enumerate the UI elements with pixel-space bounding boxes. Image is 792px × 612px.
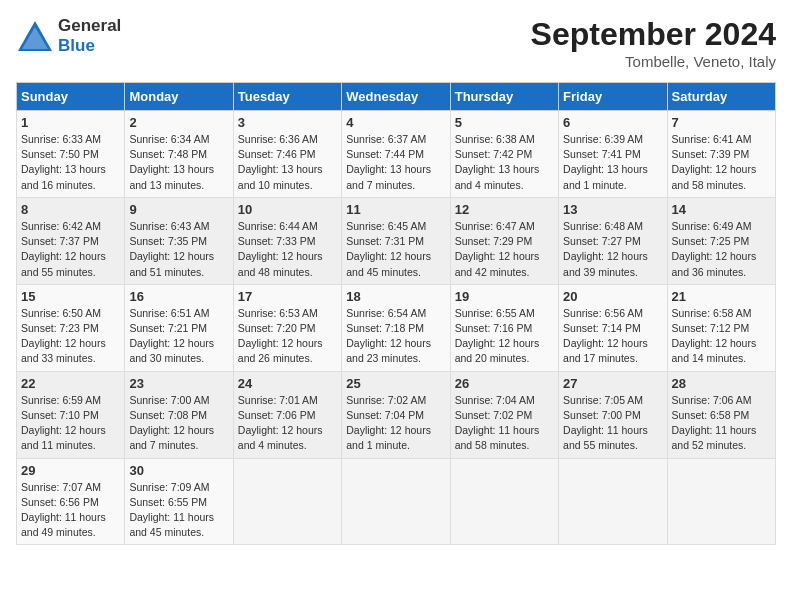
logo: General Blue [16, 16, 121, 56]
sunrise-label: Sunrise: 7:09 AM [129, 481, 209, 493]
table-row: 21 Sunrise: 6:58 AM Sunset: 7:12 PM Dayl… [667, 284, 775, 371]
daylight-label: Daylight: 13 hours and 13 minutes. [129, 163, 214, 190]
daylight-label: Daylight: 12 hours and 7 minutes. [129, 424, 214, 451]
day-number: 14 [672, 202, 771, 217]
table-row: 17 Sunrise: 6:53 AM Sunset: 7:20 PM Dayl… [233, 284, 341, 371]
day-number: 4 [346, 115, 445, 130]
cell-info: Sunrise: 6:45 AM Sunset: 7:31 PM Dayligh… [346, 219, 445, 280]
sunrise-label: Sunrise: 6:45 AM [346, 220, 426, 232]
cell-info: Sunrise: 7:05 AM Sunset: 7:00 PM Dayligh… [563, 393, 662, 454]
cell-info: Sunrise: 6:58 AM Sunset: 7:12 PM Dayligh… [672, 306, 771, 367]
sunset-label: Sunset: 7:18 PM [346, 322, 424, 334]
daylight-label: Daylight: 12 hours and 20 minutes. [455, 337, 540, 364]
sunrise-label: Sunrise: 6:36 AM [238, 133, 318, 145]
sunrise-label: Sunrise: 6:54 AM [346, 307, 426, 319]
daylight-label: Daylight: 11 hours and 55 minutes. [563, 424, 648, 451]
sunrise-label: Sunrise: 7:04 AM [455, 394, 535, 406]
daylight-label: Daylight: 12 hours and 33 minutes. [21, 337, 106, 364]
header-wednesday: Wednesday [342, 83, 450, 111]
cell-info: Sunrise: 6:47 AM Sunset: 7:29 PM Dayligh… [455, 219, 554, 280]
sunrise-label: Sunrise: 6:37 AM [346, 133, 426, 145]
daylight-label: Daylight: 12 hours and 4 minutes. [238, 424, 323, 451]
daylight-label: Daylight: 12 hours and 1 minute. [346, 424, 431, 451]
cell-info: Sunrise: 7:09 AM Sunset: 6:55 PM Dayligh… [129, 480, 228, 541]
sunset-label: Sunset: 7:41 PM [563, 148, 641, 160]
sunset-label: Sunset: 7:16 PM [455, 322, 533, 334]
cell-info: Sunrise: 6:43 AM Sunset: 7:35 PM Dayligh… [129, 219, 228, 280]
daylight-label: Daylight: 13 hours and 4 minutes. [455, 163, 540, 190]
sunrise-label: Sunrise: 6:51 AM [129, 307, 209, 319]
daylight-label: Daylight: 12 hours and 58 minutes. [672, 163, 757, 190]
sunset-label: Sunset: 7:25 PM [672, 235, 750, 247]
cell-info: Sunrise: 6:48 AM Sunset: 7:27 PM Dayligh… [563, 219, 662, 280]
sunset-label: Sunset: 7:35 PM [129, 235, 207, 247]
table-row: 8 Sunrise: 6:42 AM Sunset: 7:37 PM Dayli… [17, 197, 125, 284]
day-number: 5 [455, 115, 554, 130]
day-number: 20 [563, 289, 662, 304]
daylight-label: Daylight: 12 hours and 11 minutes. [21, 424, 106, 451]
day-number: 18 [346, 289, 445, 304]
table-row [667, 458, 775, 545]
sunset-label: Sunset: 7:39 PM [672, 148, 750, 160]
table-row [559, 458, 667, 545]
cell-info: Sunrise: 6:38 AM Sunset: 7:42 PM Dayligh… [455, 132, 554, 193]
sunset-label: Sunset: 7:04 PM [346, 409, 424, 421]
sunset-label: Sunset: 7:48 PM [129, 148, 207, 160]
daylight-label: Daylight: 11 hours and 52 minutes. [672, 424, 757, 451]
table-row: 3 Sunrise: 6:36 AM Sunset: 7:46 PM Dayli… [233, 111, 341, 198]
header-friday: Friday [559, 83, 667, 111]
title-block: September 2024 Tombelle, Veneto, Italy [531, 16, 776, 70]
sunset-label: Sunset: 6:58 PM [672, 409, 750, 421]
calendar-week-row: 29 Sunrise: 7:07 AM Sunset: 6:56 PM Dayl… [17, 458, 776, 545]
logo-text-blue: Blue [58, 36, 95, 55]
header-tuesday: Tuesday [233, 83, 341, 111]
sunset-label: Sunset: 7:20 PM [238, 322, 316, 334]
daylight-label: Daylight: 12 hours and 30 minutes. [129, 337, 214, 364]
table-row: 13 Sunrise: 6:48 AM Sunset: 7:27 PM Dayl… [559, 197, 667, 284]
day-number: 12 [455, 202, 554, 217]
cell-info: Sunrise: 6:42 AM Sunset: 7:37 PM Dayligh… [21, 219, 120, 280]
sunrise-label: Sunrise: 6:38 AM [455, 133, 535, 145]
table-row [450, 458, 558, 545]
sunset-label: Sunset: 7:33 PM [238, 235, 316, 247]
sunset-label: Sunset: 7:02 PM [455, 409, 533, 421]
sunrise-label: Sunrise: 6:47 AM [455, 220, 535, 232]
cell-info: Sunrise: 6:36 AM Sunset: 7:46 PM Dayligh… [238, 132, 337, 193]
sunrise-label: Sunrise: 6:41 AM [672, 133, 752, 145]
cell-info: Sunrise: 6:33 AM Sunset: 7:50 PM Dayligh… [21, 132, 120, 193]
sunrise-label: Sunrise: 6:55 AM [455, 307, 535, 319]
day-number: 27 [563, 376, 662, 391]
cell-info: Sunrise: 7:00 AM Sunset: 7:08 PM Dayligh… [129, 393, 228, 454]
table-row: 10 Sunrise: 6:44 AM Sunset: 7:33 PM Dayl… [233, 197, 341, 284]
day-number: 28 [672, 376, 771, 391]
daylight-label: Daylight: 12 hours and 45 minutes. [346, 250, 431, 277]
calendar-table: Sunday Monday Tuesday Wednesday Thursday… [16, 82, 776, 545]
daylight-label: Daylight: 12 hours and 39 minutes. [563, 250, 648, 277]
sunrise-label: Sunrise: 6:56 AM [563, 307, 643, 319]
sunrise-label: Sunrise: 6:44 AM [238, 220, 318, 232]
cell-info: Sunrise: 6:37 AM Sunset: 7:44 PM Dayligh… [346, 132, 445, 193]
table-row: 30 Sunrise: 7:09 AM Sunset: 6:55 PM Dayl… [125, 458, 233, 545]
sunset-label: Sunset: 7:06 PM [238, 409, 316, 421]
day-number: 30 [129, 463, 228, 478]
day-number: 23 [129, 376, 228, 391]
header-sunday: Sunday [17, 83, 125, 111]
cell-info: Sunrise: 6:44 AM Sunset: 7:33 PM Dayligh… [238, 219, 337, 280]
daylight-label: Daylight: 12 hours and 55 minutes. [21, 250, 106, 277]
sunrise-label: Sunrise: 6:42 AM [21, 220, 101, 232]
month-title: September 2024 [531, 16, 776, 53]
table-row: 22 Sunrise: 6:59 AM Sunset: 7:10 PM Dayl… [17, 371, 125, 458]
sunrise-label: Sunrise: 6:59 AM [21, 394, 101, 406]
day-number: 3 [238, 115, 337, 130]
sunrise-label: Sunrise: 7:05 AM [563, 394, 643, 406]
cell-info: Sunrise: 6:56 AM Sunset: 7:14 PM Dayligh… [563, 306, 662, 367]
cell-info: Sunrise: 6:39 AM Sunset: 7:41 PM Dayligh… [563, 132, 662, 193]
table-row: 7 Sunrise: 6:41 AM Sunset: 7:39 PM Dayli… [667, 111, 775, 198]
daylight-label: Daylight: 12 hours and 48 minutes. [238, 250, 323, 277]
day-number: 9 [129, 202, 228, 217]
daylight-label: Daylight: 13 hours and 16 minutes. [21, 163, 106, 190]
cell-info: Sunrise: 7:04 AM Sunset: 7:02 PM Dayligh… [455, 393, 554, 454]
table-row: 15 Sunrise: 6:50 AM Sunset: 7:23 PM Dayl… [17, 284, 125, 371]
table-row: 11 Sunrise: 6:45 AM Sunset: 7:31 PM Dayl… [342, 197, 450, 284]
daylight-label: Daylight: 12 hours and 42 minutes. [455, 250, 540, 277]
